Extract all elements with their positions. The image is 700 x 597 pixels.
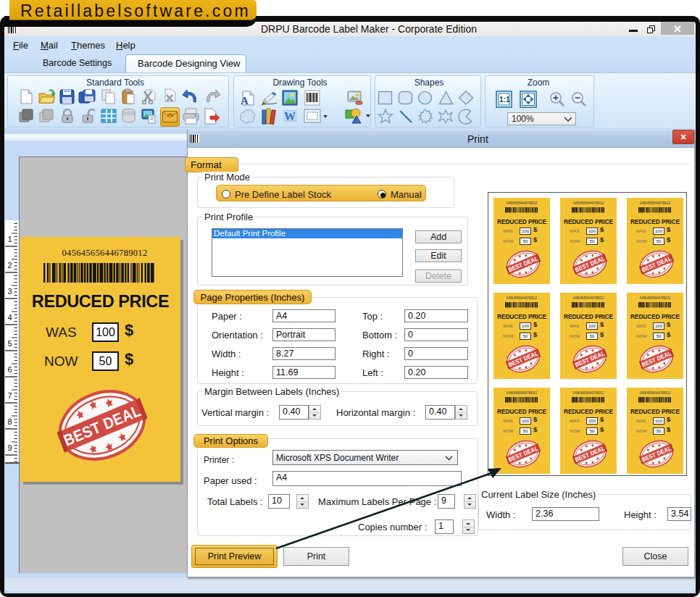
svg-text:6: 6 — [8, 365, 12, 374]
svg-text:1:1: 1:1 — [499, 96, 510, 104]
svg-text:8: 8 — [8, 417, 12, 426]
svg-text:A: A — [241, 95, 249, 106]
svg-text:7: 7 — [8, 391, 12, 400]
svg-text:3: 3 — [8, 287, 12, 296]
svg-text:5: 5 — [8, 339, 12, 348]
svg-text:2: 2 — [8, 261, 12, 270]
svg-text:9: 9 — [8, 443, 12, 452]
svg-text:1: 1 — [8, 235, 12, 243]
svg-text:W: W — [284, 110, 296, 122]
svg-text:4: 4 — [8, 313, 12, 322]
